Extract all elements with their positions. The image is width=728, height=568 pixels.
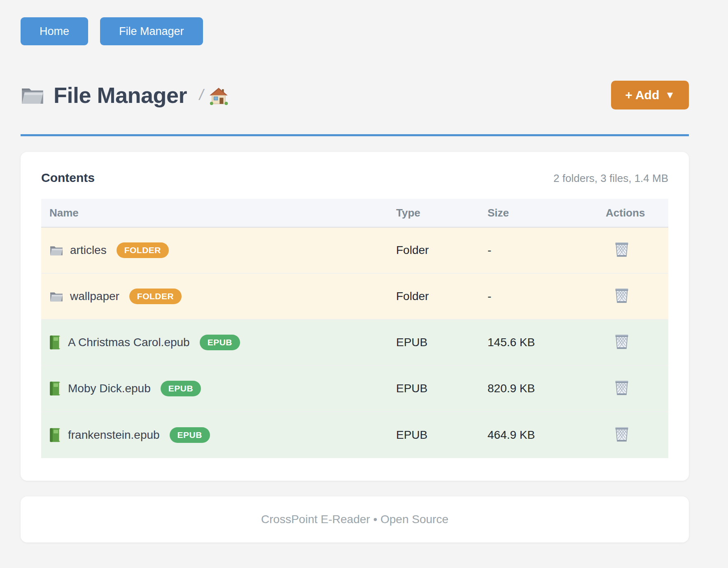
table-row[interactable]: A Christmas Carol.epub EPUB EPUB 145.6 K… [41,320,668,366]
file-name-label: wallpaper [70,290,119,303]
table-row[interactable]: frankenstein.epub EPUB EPUB 464.9 KB [41,412,668,458]
book-icon [49,381,61,396]
delete-button[interactable] [614,333,630,350]
file-actions-cell [606,426,668,445]
page-header: File Manager / [21,81,689,109]
file-manager-button[interactable]: File Manager [100,17,203,45]
trash-icon [614,287,630,304]
file-type-cell: EPUB [396,382,488,395]
file-type-cell: EPUB [396,336,488,349]
trash-icon [614,426,630,443]
contents-card-header: Contents 2 folders, 3 files, 1.4 MB [41,171,668,185]
column-header-type: Type [396,207,488,219]
file-name-cell: articles FOLDER [41,242,396,258]
table-row[interactable]: articles FOLDER Folder - [41,228,668,274]
delete-button[interactable] [614,379,630,396]
table-body: articles FOLDER Folder - [41,228,668,458]
file-actions-cell [606,379,668,398]
file-type-badge: FOLDER [117,242,169,258]
file-name-cell: frankenstein.epub EPUB [41,427,396,443]
file-actions-cell [606,241,668,260]
file-type-badge: FOLDER [129,289,182,304]
top-nav: Home File Manager [21,17,689,45]
file-name-label: frankenstein.epub [68,428,160,442]
file-name-label: A Christmas Carol.epub [68,336,190,349]
file-actions-cell [606,287,668,306]
folder-icon [21,84,44,106]
file-type-cell: Folder [396,244,488,257]
file-size-cell: 464.9 KB [488,428,606,442]
file-size-cell: 145.6 KB [488,336,606,349]
file-size-cell: 820.9 KB [488,382,606,395]
file-size-cell: - [488,290,606,303]
file-size-cell: - [488,244,606,257]
add-button[interactable]: + Add ▼ [611,81,689,109]
footer-text: CrossPoint E-Reader • Open Source [261,513,448,526]
file-name-cell: Moby Dick.epub EPUB [41,381,396,396]
contents-card: Contents 2 folders, 3 files, 1.4 MB Name… [21,152,689,481]
book-icon [49,428,61,442]
file-name-cell: wallpaper FOLDER [41,289,396,304]
column-header-name: Name [41,207,396,219]
folder-icon [49,244,63,256]
file-type-cell: EPUB [396,428,488,442]
page-title: File Manager [54,82,187,108]
delete-button[interactable] [614,241,630,258]
file-name-label: Moby Dick.epub [68,382,151,395]
trash-icon [614,379,630,396]
header-divider [21,134,689,136]
caret-down-icon: ▼ [665,89,675,101]
trash-icon [614,333,630,350]
file-name-label: articles [70,244,107,257]
contents-summary: 2 folders, 3 files, 1.4 MB [553,172,668,185]
footer: CrossPoint E-Reader • Open Source [21,496,689,542]
book-icon [49,335,61,350]
file-table: Name Type Size Actions articles FOLDER [41,199,668,458]
file-type-cell: Folder [396,290,488,303]
delete-button[interactable] [614,287,630,304]
add-button-label: + Add [625,88,659,102]
file-actions-cell [606,333,668,352]
table-row[interactable]: wallpaper FOLDER Folder - [41,274,668,320]
column-header-size: Size [488,207,606,219]
file-name-cell: A Christmas Carol.epub EPUB [41,335,396,350]
trash-icon [614,241,630,258]
contents-heading: Contents [41,171,95,185]
file-type-badge: EPUB [170,427,210,443]
file-type-badge: EPUB [200,335,240,350]
breadcrumb-separator: / [199,86,203,104]
home-button[interactable]: Home [21,17,88,45]
table-header-row: Name Type Size Actions [41,199,668,228]
file-type-badge: EPUB [161,381,201,396]
table-row[interactable]: Moby Dick.epub EPUB EPUB 820.9 KB [41,366,668,412]
delete-button[interactable] [614,426,630,443]
folder-icon [49,291,63,302]
home-icon[interactable] [209,87,228,105]
column-header-actions: Actions [606,207,668,219]
page-container: Home File Manager File Manager / + Add ▼ [21,0,689,542]
